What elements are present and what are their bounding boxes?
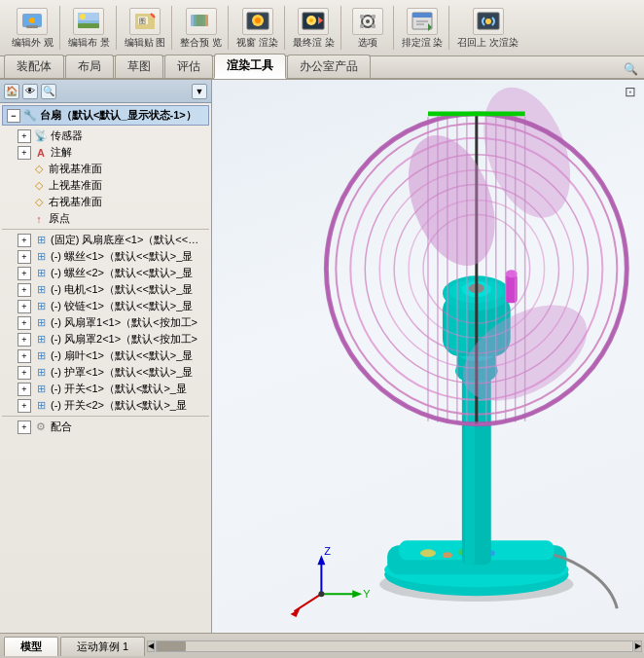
tree-motor-expand[interactable]: + bbox=[18, 283, 31, 297]
tree-hinge-text: (-) 铰链<1>（默认<<默认>_显 bbox=[51, 299, 193, 313]
edit-decal-button[interactable]: 图 bbox=[129, 8, 161, 35]
tree-item-cover2[interactable]: + ⊞ (-) 风扇罩2<1>（默认<按加工> bbox=[2, 331, 209, 347]
tree-item-annotations[interactable]: + A 注解 bbox=[2, 144, 209, 161]
horizontal-scrollbar[interactable] bbox=[156, 640, 633, 652]
svg-point-40 bbox=[420, 549, 436, 557]
tree-annotations-expand[interactable]: + bbox=[18, 146, 31, 160]
tree-cover1-icon: ⊞ bbox=[33, 316, 49, 330]
tree-hinge-expand[interactable]: + bbox=[18, 300, 31, 313]
tab-sketch[interactable]: 草图 bbox=[115, 55, 163, 78]
tree-item-right-plane[interactable]: ◇ 右视基准面 bbox=[2, 194, 209, 210]
tree-switch1-text: (-) 开关<1>（默认<默认>_显 bbox=[51, 382, 187, 396]
tree-blade-text: (-) 扇叶<1>（默认<<默认>_显 bbox=[51, 348, 193, 363]
svg-point-41 bbox=[443, 552, 452, 558]
toolbar-group-merge: 整合预 览 bbox=[174, 6, 229, 50]
tree-item-switch1[interactable]: + ⊞ (-) 开关<1>（默认<默认>_显 bbox=[2, 381, 209, 397]
tree-item-blade[interactable]: + ⊞ (-) 扇叶<1>（默认<<默认>_显 bbox=[2, 347, 209, 364]
tree-motor-text: (-) 电机<1>（默认<<默认>_显 bbox=[51, 282, 193, 297]
tree-screw1-text: (-) 螺丝<1>（默认<<默认>_显 bbox=[51, 249, 193, 264]
tree-hinge-icon: ⊞ bbox=[33, 300, 49, 313]
merge-preview-label: 整合预 览 bbox=[180, 37, 222, 48]
edit-bg-label: 编辑布 景 bbox=[68, 37, 110, 48]
panel-filter-icon[interactable]: ▼ bbox=[192, 84, 207, 99]
edit-appearance-button[interactable] bbox=[17, 8, 48, 35]
svg-rect-3 bbox=[26, 25, 38, 28]
tree-item-mates[interactable]: + ⚙ 配合 bbox=[2, 419, 209, 435]
toolbar-group-schedule: 排定渲 染 bbox=[396, 6, 450, 50]
tree-item-sensors[interactable]: + 📡 传感器 bbox=[2, 128, 209, 144]
toolbar-group-edit-decal: 图 编辑贴 图 bbox=[119, 6, 173, 50]
svg-rect-24 bbox=[360, 15, 364, 18]
tree-switch1-icon: ⊞ bbox=[33, 383, 49, 396]
svg-text:Y: Y bbox=[363, 588, 371, 600]
tree-front-plane-icon: ◇ bbox=[31, 163, 47, 176]
tree-right-plane-icon: ◇ bbox=[31, 196, 47, 209]
tree-switch2-expand[interactable]: + bbox=[18, 399, 31, 413]
tree-blade-expand[interactable]: + bbox=[18, 349, 31, 363]
tree-item-cover1[interactable]: + ⊞ (-) 风扇罩1<1>（默认<按加工> bbox=[2, 314, 209, 331]
scroll-left-btn[interactable]: ◀ bbox=[147, 640, 155, 652]
toolbar-group-recall: 召回上 次渲染 bbox=[451, 6, 524, 50]
tab-evaluate[interactable]: 评估 bbox=[164, 55, 213, 78]
viewport-corner-icon[interactable]: ⊡ bbox=[625, 84, 640, 99]
scroll-right-btn[interactable]: ▶ bbox=[634, 640, 642, 652]
status-tab-model[interactable]: 模型 bbox=[4, 637, 58, 656]
tree-root-expand[interactable]: − bbox=[7, 109, 20, 123]
final-render-button[interactable] bbox=[298, 8, 329, 35]
viewport[interactable]: Z Y ⊡ bbox=[212, 80, 644, 633]
tab-render-tools[interactable]: 渲染工具 bbox=[214, 54, 286, 79]
tree-cover1-expand[interactable]: + bbox=[18, 316, 31, 330]
tree-item-screw2[interactable]: + ⊞ (-) 螺丝<2>（默认<<默认>_显 bbox=[2, 265, 209, 281]
tree-cover2-expand[interactable]: + bbox=[18, 333, 31, 347]
tab-assembly[interactable]: 装配体 bbox=[4, 55, 64, 78]
toolbar-group-edit-bg: 编辑布 景 bbox=[62, 6, 117, 50]
tree-base-expand[interactable]: + bbox=[18, 234, 31, 247]
tree-screw2-expand[interactable]: + bbox=[18, 267, 31, 280]
tree-item-origin[interactable]: ↑ 原点 bbox=[2, 210, 209, 227]
toolbar-group-final-render: 最终渲 染 bbox=[287, 6, 341, 50]
viewport-render-button[interactable] bbox=[242, 8, 273, 35]
tab-office-products[interactable]: 办公室产品 bbox=[287, 55, 371, 78]
status-tab-motion[interactable]: 运动算例 1 bbox=[60, 637, 145, 656]
panel-tree-scroll[interactable]: − 🔧 台扇（默认<默认_显示状态-1>） + 📡 传感器 + A 注解 ◇ bbox=[0, 103, 211, 633]
options-button[interactable] bbox=[352, 8, 383, 35]
tree-item-base[interactable]: + ⊞ (固定) 风扇底座<1>（默认<<默认>_显 bbox=[2, 232, 209, 248]
tree-guard-icon: ⊞ bbox=[33, 366, 49, 380]
tree-root[interactable]: − 🔧 台扇（默认<默认_显示状态-1>） bbox=[2, 105, 209, 126]
tree-guard-expand[interactable]: + bbox=[18, 366, 31, 380]
tree-switch2-icon: ⊞ bbox=[33, 399, 49, 413]
panel-eye-icon[interactable]: 👁 bbox=[22, 84, 38, 99]
tree-item-front-plane[interactable]: ◇ 前视基准面 bbox=[2, 161, 209, 177]
svg-line-88 bbox=[294, 594, 321, 611]
final-render-label: 最终渲 染 bbox=[293, 37, 335, 48]
tree-item-motor[interactable]: + ⊞ (-) 电机<1>（默认<<默认>_显 bbox=[2, 281, 209, 298]
recall-render-button[interactable] bbox=[473, 8, 504, 35]
panel-search-icon[interactable]: 🔍 bbox=[41, 84, 56, 99]
tree-root-text: 台扇（默认<默认_显示状态-1>） bbox=[40, 108, 197, 123]
tree-screw1-icon: ⊞ bbox=[33, 250, 49, 264]
tree-item-hinge[interactable]: + ⊞ (-) 铰链<1>（默认<<默认>_显 bbox=[2, 298, 209, 314]
tree-mates-text: 配合 bbox=[51, 420, 72, 434]
edit-bg-button[interactable] bbox=[73, 8, 104, 35]
tree-sensors-expand[interactable]: + bbox=[18, 129, 31, 143]
tree-cover2-icon: ⊞ bbox=[33, 333, 49, 347]
tree-mates-expand[interactable]: + bbox=[18, 420, 31, 434]
tab-search-icon: 🔍 bbox=[618, 60, 644, 78]
tree-item-top-plane[interactable]: ◇ 上视基准面 bbox=[2, 177, 209, 194]
tree-cover1-text: (-) 风扇罩1<1>（默认<按加工> bbox=[51, 315, 197, 330]
tree-switch1-expand[interactable]: + bbox=[18, 383, 31, 396]
tree-front-plane-text: 前视基准面 bbox=[49, 162, 102, 176]
tree-divider-2 bbox=[2, 416, 209, 417]
tree-item-guard[interactable]: + ⊞ (-) 护罩<1>（默认<<默认>_显 bbox=[2, 364, 209, 381]
tree-sensors-icon: 📡 bbox=[33, 129, 49, 143]
merge-preview-button[interactable] bbox=[186, 8, 217, 35]
schedule-render-button[interactable] bbox=[407, 8, 438, 35]
tree-screw1-expand[interactable]: + bbox=[18, 250, 31, 264]
toolbar-group-edit-appearance: 编辑外 观 bbox=[6, 6, 60, 50]
tab-layout[interactable]: 布局 bbox=[65, 55, 114, 78]
tab-bar: 装配体 布局 草图 评估 渲染工具 办公室产品 🔍 bbox=[0, 56, 644, 80]
tree-switch2-text: (-) 开关<2>（默认<默认>_显 bbox=[51, 398, 187, 413]
tree-item-screw1[interactable]: + ⊞ (-) 螺丝<1>（默认<<默认>_显 bbox=[2, 248, 209, 265]
panel-home-icon[interactable]: 🏠 bbox=[4, 84, 19, 99]
tree-item-switch2[interactable]: + ⊞ (-) 开关<2>（默认<默认>_显 bbox=[2, 397, 209, 414]
